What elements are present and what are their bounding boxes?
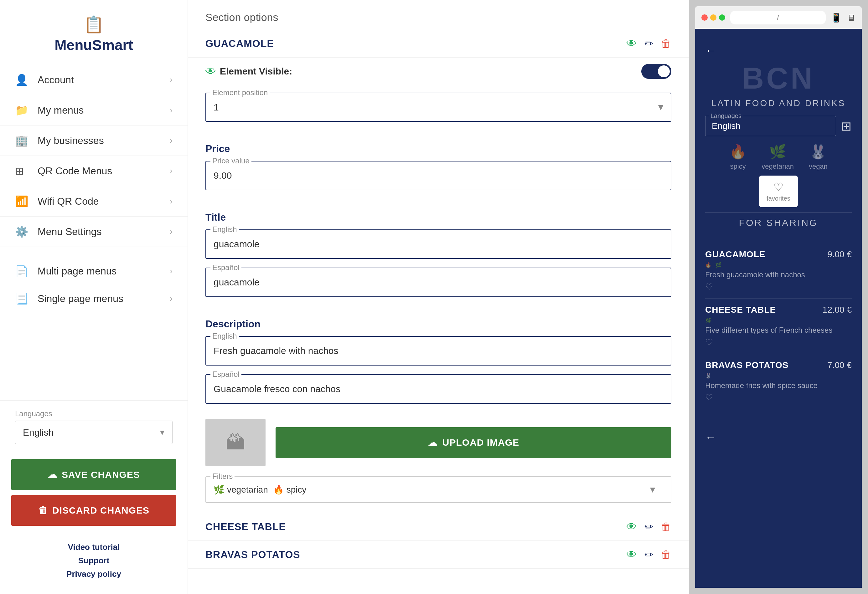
desc-english-field: English <box>205 336 671 366</box>
visibility-icon[interactable]: 👁 <box>626 548 637 561</box>
element-position-select[interactable]: 1 2 3 <box>205 93 671 122</box>
price-field: Price value <box>205 161 671 190</box>
visibility-icon[interactable]: 👁 <box>626 38 637 50</box>
preview-bravas-item: BRAVAS POTATOS 7.00 € 🐰 Homemade fries w… <box>705 354 852 409</box>
chevron-right-icon: › <box>170 293 173 304</box>
sidebar-item-my-businesses[interactable]: 🏢 My businesses › <box>0 125 187 156</box>
page-icon: 📃 <box>15 292 29 305</box>
preview-lang-select-wrapper[interactable]: Languages English Español <box>705 116 836 136</box>
translate-icon: ⊞ <box>841 119 852 133</box>
delete-icon[interactable]: 🗑 <box>661 521 671 533</box>
chevron-right-icon: › <box>170 75 173 85</box>
desc-spanish-input[interactable] <box>205 374 671 404</box>
main-content: Section options GUACAMOLE 👁 ✏ 🗑 👁 Elemen… <box>188 0 689 594</box>
building-icon: 🏢 <box>15 134 29 147</box>
desc-english-label: English <box>210 332 239 340</box>
filters-wrapper: Filters 🌿 vegetarian 🔥 spicy ▼ <box>188 476 689 513</box>
for-sharing-title: FOR SHARING <box>739 218 818 228</box>
desc-english-input[interactable] <box>205 336 671 366</box>
preview-window: ← BCN LATIN FOOD AND DRINKS Languages En… <box>695 29 862 588</box>
leaf-icon: 🌿 <box>715 262 722 268</box>
desktop-icon: 🖥 <box>847 13 855 23</box>
sidebar-item-multi-page-menus[interactable]: 📄 Multi page menus › <box>0 257 187 285</box>
sidebar-item-qr-code-menus[interactable]: ⊞ QR Code Menus › <box>0 156 187 186</box>
visible-toggle[interactable] <box>641 64 671 79</box>
bunny-icon: 🐰 <box>705 373 712 379</box>
language-select[interactable]: English Español <box>15 421 172 444</box>
sidebar-item-wifi-qr[interactable]: 📶 Wifi QR Code › <box>0 186 187 217</box>
fire-icon: 🔥 <box>705 262 712 268</box>
support-link[interactable]: Support <box>78 556 109 566</box>
preview-bravas-icons: 🐰 <box>705 373 852 379</box>
video-tutorial-link[interactable]: Video tutorial <box>68 542 120 552</box>
sidebar-item-menu-settings[interactable]: ⚙️ Menu Settings › <box>0 217 187 247</box>
person-icon: 👤 <box>15 74 29 86</box>
action-buttons: ☁ SAVE CHANGES 🗑 DISCARD CHANGES <box>0 453 187 532</box>
title-english-label: English <box>210 225 239 234</box>
chevron-right-icon: › <box>170 166 173 176</box>
chevron-right-icon: › <box>170 105 173 115</box>
preview-back-button[interactable]: ← <box>705 44 716 57</box>
spicy-filter-tag: 🔥 spicy <box>273 485 307 495</box>
price-title: Price <box>205 143 671 155</box>
favorites-button[interactable]: ♡ favorites <box>759 175 798 207</box>
filters-display[interactable]: 🌿 vegetarian 🔥 spicy ▼ <box>205 476 671 503</box>
cheese-table-item-name: CHEESE TABLE <box>205 521 626 533</box>
dot-green <box>719 15 725 21</box>
element-position-field: Element position 1 2 3 ▼ <box>205 93 671 122</box>
element-visible-row: 👁 Element Visible: <box>188 57 689 86</box>
sidebar-item-single-page-menus[interactable]: 📃 Single page menus › <box>0 285 187 312</box>
title-spanish-input[interactable] <box>205 268 671 297</box>
preview-menu-list: GUACAMOLE 9.00 € 🔥 🌿 Fresh guacamole wit… <box>695 243 862 424</box>
description-section: Description English Español <box>188 312 689 419</box>
bravas-potatos-item-row: BRAVAS POTATOS 👁 ✏ 🗑 <box>188 541 689 569</box>
spicy-icon-item: 🔥 spicy <box>729 144 747 171</box>
preview-item-top: BRAVAS POTATOS 7.00 € <box>705 360 852 370</box>
image-placeholder-icon: 🏔 <box>226 431 245 454</box>
visibility-icon[interactable]: 👁 <box>626 521 637 533</box>
heart-icon: ♡ <box>774 181 784 194</box>
preview-cheese-heart[interactable]: ♡ <box>705 337 852 347</box>
title-english-input[interactable] <box>205 229 671 259</box>
sidebar-item-my-menus[interactable]: 📁 My menus › <box>0 95 187 125</box>
element-visible-label: Element Visible: <box>220 66 636 77</box>
fire-icon: 🔥 <box>273 485 284 495</box>
edit-icon[interactable]: ✏ <box>644 548 653 561</box>
sidebar-item-account[interactable]: 👤 Account › <box>0 65 187 95</box>
toggle-slider <box>641 64 671 79</box>
preview-panel: / 📱 🖥 ← BCN LATIN FOOD AND DRINKS Langua… <box>689 0 868 594</box>
save-changes-button[interactable]: ☁ SAVE CHANGES <box>11 459 176 490</box>
browser-bar: / 📱 🖥 <box>695 6 862 29</box>
pages-icon: 📄 <box>15 265 29 277</box>
chevron-right-icon: › <box>170 196 173 206</box>
delete-icon[interactable]: 🗑 <box>661 548 671 561</box>
upload-image-button[interactable]: ☁ UPLOAD IMAGE <box>276 427 671 458</box>
visible-check-icon: 👁 <box>205 65 216 78</box>
delete-icon[interactable]: 🗑 <box>661 38 671 50</box>
edit-icon[interactable]: ✏ <box>644 520 653 533</box>
filters-label: Filters <box>210 472 235 481</box>
preview-bottom-nav: ← <box>695 424 862 450</box>
preview-guacamole-heart[interactable]: ♡ <box>705 282 852 292</box>
preview-guacamole-price: 9.00 € <box>827 249 852 259</box>
mobile-icon: 📱 <box>831 13 842 23</box>
edit-icon[interactable]: ✏ <box>644 37 653 50</box>
privacy-policy-link[interactable]: Privacy policy <box>66 569 121 579</box>
vegan-icon-item: 🐰 vegan <box>809 144 828 171</box>
preview-bravas-desc: Homemade fries with spice sauce <box>705 381 852 390</box>
preview-bottom-back-button[interactable]: ← <box>705 430 716 444</box>
gear-icon: ⚙️ <box>15 226 29 238</box>
folder-icon: 📁 <box>15 104 29 116</box>
discard-changes-button[interactable]: 🗑 DISCARD CHANGES <box>11 495 176 526</box>
dot-yellow <box>710 15 716 21</box>
preview-cheese-name: CHEESE TABLE <box>705 305 776 315</box>
preview-item-top: CHEESE TABLE 12.00 € <box>705 305 852 315</box>
preview-bravas-heart[interactable]: ♡ <box>705 392 852 403</box>
price-input[interactable] <box>205 161 671 190</box>
preview-subtitle: LATIN FOOD AND DRINKS <box>712 98 846 108</box>
chevron-down-icon: ▼ <box>648 485 657 495</box>
filters-select[interactable]: Filters 🌿 vegetarian 🔥 spicy ▼ <box>205 476 671 503</box>
preview-logo: BCN <box>742 63 815 93</box>
title-english-field: English <box>205 229 671 259</box>
language-select-wrapper[interactable]: English Español ▼ <box>15 421 173 444</box>
